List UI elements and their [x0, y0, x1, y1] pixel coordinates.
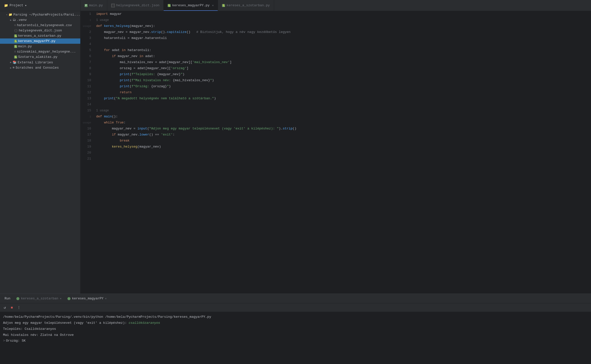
tab-kereses-szotarban[interactable]: 🐍 kereses_a_szotarban.py	[218, 0, 274, 11]
sidebar-item-main-py[interactable]: 🐍 main.py	[0, 44, 80, 49]
sidebar-item-helysegnevek-json[interactable]: {} helysegnevek_dict.json	[0, 28, 80, 33]
sidebar-item-szotarra-py[interactable]: 🐍 Szotarra_alakitas.py	[0, 54, 80, 60]
code-line-20: break	[96, 138, 586, 144]
top-bar: 📁 Project ▾ P main.py {} helysegnevek_di…	[0, 0, 591, 11]
sidebar-item-kereses-szotarban[interactable]: 🐍 kereses_a_szotarban.py	[0, 33, 80, 38]
sidebar-item-label: Scratches and Consoles	[16, 66, 59, 70]
terminal-prompt: >	[3, 338, 5, 344]
sidebar-item-external-libraries[interactable]: ▶ 📚 External Libraries	[0, 60, 80, 65]
sidebar-item-label: kereses_a_szotarban.py	[18, 34, 61, 38]
run-icon	[67, 297, 70, 300]
terminal-line-3: Település: Csallóközaranyos	[3, 326, 588, 332]
tab-label: kereses_magyarPY.py	[172, 4, 209, 7]
terminal-line-2: Adjon meg egy magyar településnevet (vag…	[3, 320, 588, 326]
stop-button[interactable]: ■	[9, 305, 15, 310]
sidebar-item-label: helysegnevek_dict.json	[19, 29, 62, 32]
code-line-18: magyar_nev = input("Adjon meg egy magyar…	[96, 126, 586, 132]
py-icon: 🐍	[14, 45, 17, 48]
usage-hint-2: 1 usage	[96, 108, 586, 114]
tab-main-py[interactable]: P main.py	[81, 0, 107, 11]
sidebar-item-label: External Libraries	[18, 61, 53, 64]
folder-icon: 📁	[9, 13, 12, 17]
py-icon: 🐍	[168, 4, 171, 7]
chevron-down-icon: ▾	[6, 13, 8, 16]
terminal-text: Ország: SK	[6, 338, 26, 344]
sidebar-item-venv[interactable]: ▶ 🗂 .venv	[0, 17, 80, 23]
bottom-tabs: Run kereses_a_szotarban ✕ kereses_magyar…	[0, 294, 591, 303]
sidebar-item-label: kereses_magyarPY.py	[18, 39, 55, 43]
code-line-13: return	[96, 89, 586, 96]
sidebar-item-label: szlovakiai_magyar_helysegne...	[17, 50, 76, 54]
chevron-right-icon: ▶	[10, 19, 12, 22]
code-line-6: for adat in hatarontuli:	[96, 47, 586, 53]
project-panel-header[interactable]: 📁 Project ▾	[0, 0, 81, 11]
sidebar-item-szlovakiai-csv[interactable]: ≡ szlovakiai_magyar_helysegne...	[0, 49, 80, 54]
code-line-10: print(f"Település: {magyar_nev}")	[96, 71, 586, 77]
code-line-5	[96, 41, 586, 47]
sidebar-item-label: main.py	[18, 44, 32, 48]
chevron-right-icon: ▶	[10, 61, 12, 64]
close-icon[interactable]: ✕	[105, 297, 107, 300]
code-line-17: while True:	[96, 120, 586, 126]
project-sidebar: ▾ 📁 Parsing ~/PycharmProjects/Parsi... ▶…	[0, 11, 81, 294]
code-line-8: mai_hivatalos_nev = adat[magyar_nev]['ma…	[96, 59, 586, 65]
code-content: 1 1 usage 2 3 4 5 6 7 8 9 10 11 12 13 14…	[81, 11, 591, 162]
terminal-line-4: Mai hivatalos név: Zlatná na Ostrove	[3, 332, 588, 338]
code-line-14: print("A megadott helységnév nem találha…	[96, 96, 586, 102]
folder-icon: 📁	[4, 4, 8, 8]
code-line-4: hatarontuli = magyar.hatarontuli	[96, 35, 586, 41]
project-label-text: Project	[10, 4, 23, 7]
tab-label: main.py	[89, 4, 103, 7]
more-button[interactable]: ⋮	[16, 305, 22, 310]
run-label: Run	[2, 296, 13, 301]
code-line-16: def main():	[96, 114, 586, 120]
usage-hint-1: 1 usage	[96, 17, 586, 23]
code-text: import magyar 1 usage def keres_helyseg(…	[93, 11, 591, 162]
terminal-line-5: > Ország: SK	[3, 338, 588, 344]
code-line-7: if magyar_nev in adat:	[96, 53, 586, 59]
tab-close-icon[interactable]: ✕	[212, 4, 214, 7]
csv-icon: ≡	[14, 50, 16, 54]
bottom-tab-label: kereses_magyarPY	[72, 297, 103, 300]
code-line-15	[96, 102, 586, 108]
library-icon: 📚	[13, 60, 17, 64]
bottom-panel: Run kereses_a_szotarban ✕ kereses_magyar…	[0, 294, 591, 364]
py-icon: 🐍	[14, 34, 17, 37]
json-icon: {}	[14, 29, 18, 32]
scratches-icon: ≡	[13, 66, 15, 70]
sidebar-item-scratches[interactable]: ▶ ≡ Scratches and Consoles	[0, 65, 80, 70]
run-toolbar: ↺ ■ ⋮	[0, 303, 591, 312]
terminal-output: /home/bela/PycharmProjects/Parsing/.venv…	[0, 312, 591, 364]
tab-label: kereses_a_szotarban.py	[227, 4, 270, 7]
tab-helysegnevek-dict[interactable]: {} helysegnevek_dict.json	[107, 0, 164, 11]
code-line-9: orszag = adat[magyar_nev]['orszag']	[96, 65, 586, 71]
run-label-text: Run	[5, 297, 10, 300]
code-line-21: keres_helyseg(magyar_nev)	[96, 144, 586, 150]
terminal-line-1: /home/bela/PycharmProjects/Parsing/.venv…	[3, 314, 588, 320]
editor-tabs: P main.py {} helysegnevek_dict.json 🐍 ke…	[81, 0, 591, 11]
code-line-2: def keres_helyseg(magyar_nev):	[96, 23, 586, 29]
tab-kereses-magyarpy[interactable]: 🐍 kereses_magyarPY.py ✕	[164, 0, 218, 11]
sidebar-item-label: .venv	[17, 18, 27, 22]
json-icon: {}	[111, 4, 115, 7]
bottom-tab-kereses-szotarban[interactable]: kereses_a_szotarban ✕	[14, 296, 64, 301]
line-numbers: 1 1 usage 2 3 4 5 6 7 8 9 10 11 12 13 14…	[81, 11, 93, 162]
bottom-tab-kereses-magyarpy[interactable]: kereses_magyarPY ✕	[65, 296, 109, 301]
sidebar-item-kereses-magyarpy[interactable]: 🐍 kereses_magyarPY.py	[0, 38, 80, 44]
sidebar-item-hatarontuli-csv[interactable]: ≡ hatarontuli_helysegnevek.csv	[0, 23, 80, 28]
folder-icon: 🗂	[13, 18, 16, 22]
code-line-11: print(f"Mai hivatalos név: {mai_hivatalo…	[96, 77, 586, 83]
py-icon: P	[85, 4, 88, 7]
code-editor: 1 1 usage 2 3 4 5 6 7 8 9 10 11 12 13 14…	[81, 11, 591, 294]
sidebar-item-label: Szotarra_alakitas.py	[18, 55, 57, 59]
bottom-tab-label: kereses_a_szotarban	[21, 297, 58, 300]
rerun-button[interactable]: ↺	[2, 305, 8, 310]
tab-label: helysegnevek_dict.json	[116, 4, 160, 7]
py-icon: 🐍	[222, 4, 225, 7]
close-icon[interactable]: ✕	[60, 297, 62, 300]
chevron-icon: ▾	[25, 4, 27, 8]
code-scroll-area[interactable]: 1 1 usage 2 3 4 5 6 7 8 9 10 11 12 13 14…	[81, 11, 591, 294]
sidebar-item-label: hatarontuli_helysegnevek.csv	[17, 23, 72, 27]
sidebar-item-parsing[interactable]: ▾ 📁 Parsing ~/PycharmProjects/Parsi...	[0, 12, 80, 17]
run-icon	[16, 297, 19, 300]
